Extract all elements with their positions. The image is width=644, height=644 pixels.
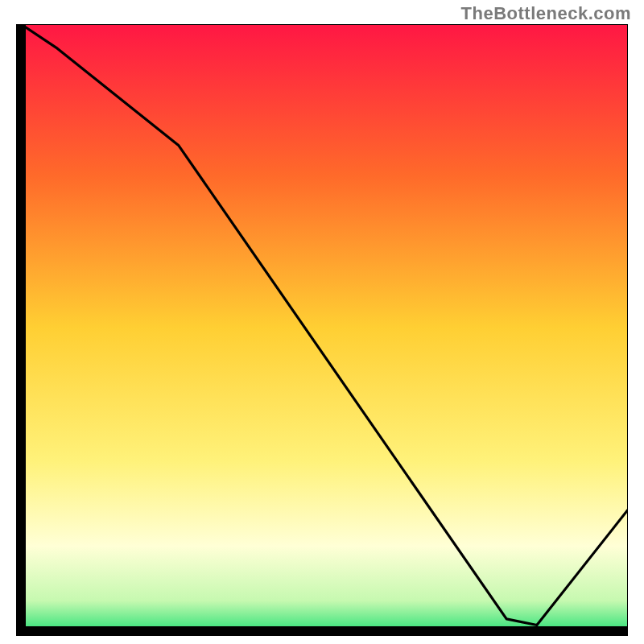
chart-plot — [16, 24, 628, 636]
watermark-text: TheBottleneck.com — [461, 3, 631, 24]
chart-background — [21, 24, 628, 631]
